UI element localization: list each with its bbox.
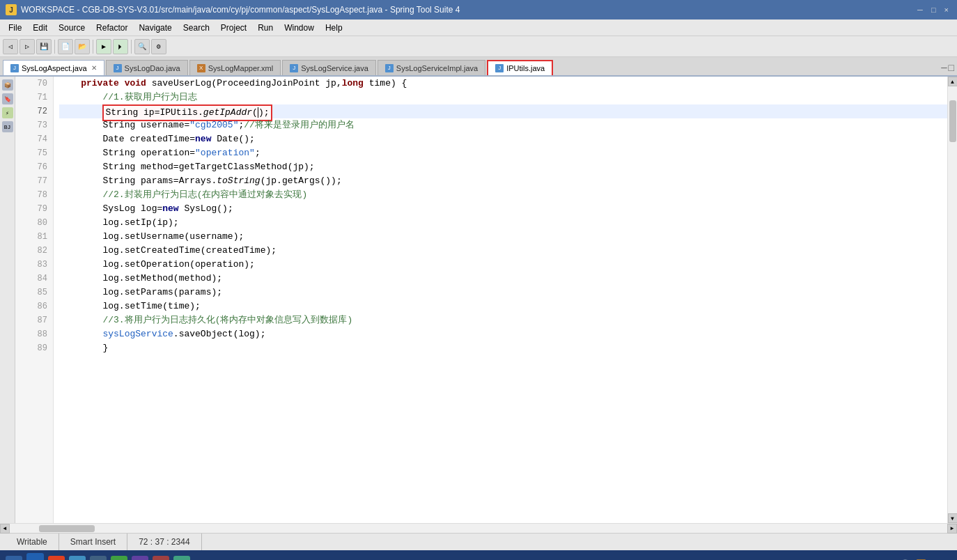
editor-area: 📦 🔖 ⚡ BJ 70 71 72 73 74 75 76 77 78 79 8… [0,77,957,523]
tabs-bar: J SysLogAspect.java ✕ J SysLogDao.java X… [0,57,957,77]
tray-icon-1[interactable]: 🔊 [897,557,911,560]
scroll-up-btn[interactable]: ▲ [948,77,958,86]
maximize-editor-btn[interactable]: □ [949,63,954,74]
position-label: 72 : 37 : 2344 [139,537,189,547]
taskbar-app-chrome[interactable]: G [69,556,86,560]
line-num-89: 89 [15,341,47,355]
code-line-77: String params=Arrays.toString(jp.getArgs… [59,174,947,188]
scrollbar-thumb[interactable] [949,100,956,142]
code-line-76: String method=getTargetClassMethod(jp); [59,160,947,174]
scroll-left-btn[interactable]: ◄ [0,524,10,534]
status-writable: Writable [0,534,59,550]
sidebar-icon-1[interactable]: 📦 [2,79,13,91]
window-controls[interactable]: ─ □ × [915,6,951,14]
line-num-82: 82 [15,244,47,258]
line-num-72: 72 [15,104,47,118]
taskbar-app-1[interactable]: P [26,553,44,560]
toolbar-settings[interactable]: ⚙ [151,39,166,54]
sidebar: 📦 🔖 ⚡ BJ [0,77,15,523]
toolbar-forward[interactable]: ▷ [20,39,35,54]
sidebar-icon-3[interactable]: ⚡ [2,107,13,118]
code-line-78: //2.封装用户行为日志(在内容中通过对象去实现) [59,188,947,202]
close-button[interactable]: × [942,6,951,14]
tab-icon-syslogdao: J [114,64,122,72]
code-line-75: String operation="operation"; [59,146,947,160]
hscroll-thumb[interactable] [39,525,95,532]
menu-navigate[interactable]: Navigate [133,20,177,36]
hscroll-track [11,525,946,532]
menu-window[interactable]: Window [279,20,320,36]
tab-iputils[interactable]: J IPUtils.java [487,60,553,75]
tab-close-syslogaspect[interactable]: ✕ [91,64,97,72]
status-position: 72 : 37 : 2344 [127,534,201,550]
tab-syslogmapper[interactable]: X SysLogMapper.xml [189,60,281,75]
code-line-72: String ip=IPUtils.getIpAddr(); [59,104,947,118]
tab-label-iputils: IPUtils.java [506,64,545,72]
toolbar-back[interactable]: ◁ [3,39,18,54]
taskbar-app-6[interactable]: ▣ [132,556,148,560]
menu-refactor[interactable]: Refactor [91,20,133,36]
taskbar-app-8[interactable]: ★ [173,556,190,560]
scrollbar-right[interactable]: ▲ ▼ [947,77,957,523]
taskbar-app-filezilla[interactable]: Z [48,556,65,560]
line-num-79: 79 [15,202,47,216]
minimize-editor-btn[interactable]: ─ [941,63,947,74]
menu-bar: File Edit Source Refactor Navigate Searc… [0,20,957,36]
toolbar-open[interactable]: 📂 [75,39,90,54]
scroll-right-btn[interactable]: ► [947,524,957,534]
code-line-70: private void saveUserLog(ProceedingJoinP… [59,77,947,91]
taskbar: ⊞ P Z G ≡ ◎ ▣ ⊕ ★ https://blog.csdn.net … [0,550,957,560]
title-bar: J WORKSPACE - CGB-DB-SYS-V3.01/src/main/… [0,0,957,20]
toolbar-run[interactable]: ⏵ [113,39,128,54]
code-line-86: log.setTime(time); [59,300,947,313]
tab-icon-iputils: J [495,64,504,72]
menu-run[interactable]: Run [252,20,279,36]
tab-label-syslogmapper: SysLogMapper.xml [208,64,274,72]
code-line-85: log.setParams(params); [59,286,947,300]
menu-search[interactable]: Search [178,20,215,36]
taskbar-app-5[interactable]: ◎ [111,556,127,560]
toolbar-search[interactable]: 🔍 [134,39,150,54]
tab-icon-syslogservice: J [290,64,298,72]
tab-label-syslogdao: SysLogDao.java [125,64,180,72]
code-line-81: log.setUsername(username); [59,230,947,244]
menu-edit[interactable]: Edit [27,20,53,36]
tab-syslogdao[interactable]: J SysLogDao.java [106,60,188,75]
line-num-74: 74 [15,132,47,146]
start-button[interactable]: ⊞ [6,556,22,560]
line-num-76: 76 [15,160,47,174]
line-num-87: 87 [15,313,47,327]
line-num-77: 77 [15,174,47,188]
toolbar-debug[interactable]: ▶ [96,39,111,54]
taskbar-app-4[interactable]: ≡ [90,556,107,560]
line-num-84: 84 [15,272,47,286]
menu-file[interactable]: File [3,20,27,36]
status-bar: Writable Smart Insert 72 : 37 : 2344 [0,533,957,550]
menu-project[interactable]: Project [215,20,252,36]
tab-syslogaspect[interactable]: J SysLogAspect.java ✕ [3,60,104,75]
taskbar-app-7[interactable]: ⊕ [153,556,169,560]
menu-help[interactable]: Help [320,20,348,36]
minimize-button[interactable]: ─ [915,6,926,14]
sidebar-icon-2[interactable]: 🔖 [2,93,13,104]
code-area[interactable]: private void saveUserLog(ProceedingJoinP… [54,77,947,523]
tab-icon-syslogaspect: J [10,64,19,72]
line-num-86: 86 [15,300,47,313]
sidebar-icon-4[interactable]: BJ [2,121,13,132]
code-line-84: log.setMethod(method); [59,272,947,286]
toolbar-new[interactable]: 📄 [58,39,73,54]
horizontal-scrollbar[interactable]: ◄ ► [0,523,957,533]
tab-syslogservice[interactable]: J SysLogService.java [282,60,376,75]
line-num-78: 78 [15,188,47,202]
line-num-71: 71 [15,91,47,104]
code-line-82: log.setCreatedTime(createdTime); [59,244,947,258]
code-line-79: SysLog log=new SysLog(); [59,202,947,216]
line-num-81: 81 [15,230,47,244]
scroll-down-btn[interactable]: ▼ [948,513,958,523]
line-num-80: 80 [15,216,47,230]
toolbar-save[interactable]: 💾 [36,39,52,54]
maximize-button[interactable]: □ [928,6,939,14]
tab-syslogserviceimpl[interactable]: J SysLogServiceImpl.java [378,60,485,75]
menu-source[interactable]: Source [53,20,91,36]
tab-label-syslogservice: SysLogService.java [301,64,368,72]
